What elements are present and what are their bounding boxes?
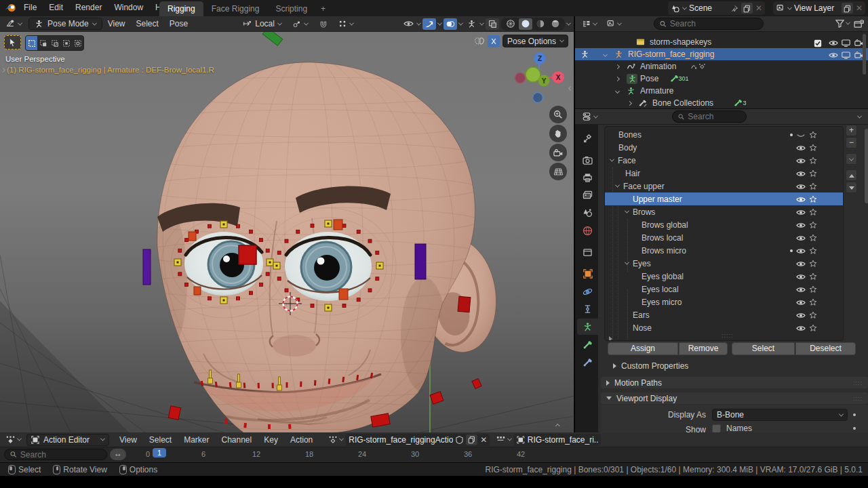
remove-button[interactable]: Remove (679, 342, 728, 355)
add-workspace-button[interactable]: + (315, 1, 331, 16)
outliner-display-mode-dropdown[interactable] (582, 20, 597, 28)
collection-row-brows-local[interactable]: Brows local (605, 231, 843, 244)
select-mode-subtract-button[interactable] (49, 36, 60, 50)
solo-star-icon[interactable] (809, 130, 817, 140)
solo-star-icon[interactable] (809, 259, 817, 268)
outliner-search-input[interactable] (670, 19, 757, 28)
blender-logo-icon[interactable] (5, 3, 16, 13)
tab-view-layer[interactable] (577, 187, 598, 203)
outliner-item-bone-collections[interactable]: Bone Collections3 (575, 97, 868, 109)
properties-search[interactable] (672, 110, 747, 123)
dope-menu-action[interactable]: Action (284, 432, 319, 447)
action-datablock[interactable]: RIG-storm_face_riggingAction ✕ (346, 434, 490, 446)
collection-row-body[interactable]: Body (605, 141, 843, 154)
check-restrict-icon[interactable] (814, 38, 822, 47)
outliner-item-armature[interactable]: Armature (575, 85, 868, 97)
menu-select[interactable]: Select (131, 19, 164, 28)
screen-restrict-icon[interactable] (842, 38, 850, 47)
shading-rendered-button[interactable] (549, 18, 562, 30)
eye-restrict-icon[interactable] (829, 50, 838, 60)
properties-editor-type-button[interactable] (582, 112, 597, 121)
show-visibility-dropdown[interactable] (401, 18, 415, 30)
visibility-eye-icon[interactable] (796, 272, 806, 281)
show-overlays-toggle[interactable] (443, 18, 457, 30)
animate-dot[interactable] (853, 413, 856, 416)
unlink-action-button[interactable]: ✕ (480, 435, 487, 445)
tab-collection[interactable] (577, 244, 598, 260)
visibility-eye-icon[interactable] (796, 323, 806, 333)
new-action-button[interactable] (466, 434, 477, 445)
visibility-eye-closed-icon[interactable] (796, 130, 806, 140)
select-mode-invert-button[interactable] (60, 36, 72, 50)
dope-menu-marker[interactable]: Marker (178, 432, 215, 447)
visibility-eye-icon[interactable] (796, 195, 806, 204)
dope-menu-key[interactable]: Key (258, 432, 284, 447)
deselect-button[interactable]: Deselect (795, 342, 856, 355)
tab-tool[interactable] (577, 130, 598, 146)
scene-selector[interactable]: Scene ✕ (668, 1, 765, 15)
transform-orientation-dropdown[interactable]: Local (237, 19, 287, 28)
action-icon-dropdown[interactable] (328, 435, 343, 444)
menu-pose[interactable]: Pose (164, 19, 193, 28)
shading-dropdown[interactable] (566, 20, 571, 25)
dope-search[interactable] (4, 449, 107, 460)
dope-editor-type-button[interactable] (5, 435, 21, 444)
slot-icon-dropdown[interactable] (496, 435, 511, 444)
mode-dropdown[interactable]: Pose Mode (28, 18, 102, 30)
timeline-expand-icon[interactable] (554, 420, 557, 430)
viewport-3d[interactable]: Pose Mode View Select Pose Local (0, 16, 574, 432)
collection-row-eyes-local[interactable]: Eyes local (605, 283, 843, 296)
pan-hand-button[interactable] (549, 125, 567, 142)
solo-star-icon[interactable] (809, 298, 817, 307)
solo-star-icon[interactable] (809, 182, 817, 191)
select-mode-extend-button[interactable] (37, 36, 49, 50)
expand-icon[interactable] (615, 76, 620, 81)
collection-row-face-upper[interactable]: Face upper (605, 180, 843, 192)
collapse-icon[interactable] (610, 157, 614, 162)
dope-menu-view[interactable]: View (113, 432, 143, 447)
camera-view-button[interactable] (549, 144, 567, 161)
dope-search-input[interactable] (20, 450, 101, 460)
collection-row-eyes-micro[interactable]: Eyes micro (605, 296, 843, 308)
mirror-x-toggle[interactable]: X (488, 35, 500, 47)
names-checkbox[interactable] (712, 424, 721, 433)
new-view-layer-button[interactable] (842, 3, 853, 14)
solo-star-icon[interactable] (809, 272, 817, 281)
visibility-eye-icon[interactable] (796, 207, 806, 217)
visibility-eye-icon[interactable] (796, 233, 806, 243)
xray-toggle[interactable] (486, 18, 499, 30)
pose-options-dropdown[interactable]: Pose Options (502, 35, 568, 47)
view-layer-selector[interactable]: View Layer ✕ (773, 1, 865, 15)
collapse-icon[interactable] (615, 183, 620, 188)
fake-user-shield-icon[interactable] (456, 435, 463, 445)
tab-face-rigging[interactable]: Face Rigging (203, 1, 268, 16)
outliner-item-pose[interactable]: Pose301 (575, 73, 868, 85)
properties-options-dropdown[interactable] (857, 113, 862, 118)
outliner-item-storm-shapekeys[interactable]: storm-shapekeys (575, 36, 868, 48)
shading-material-button[interactable] (534, 18, 547, 30)
collection-row-ears[interactable]: Ears (605, 308, 843, 321)
active-tool-tweak-button[interactable] (4, 35, 21, 49)
solo-star-icon[interactable] (809, 233, 817, 243)
visibility-eye-icon[interactable] (796, 259, 806, 268)
collection-row-brows-global[interactable]: Brows global (605, 218, 843, 231)
tab-scene[interactable] (577, 205, 598, 221)
expand-icon[interactable] (603, 52, 608, 56)
solo-star-icon[interactable] (809, 246, 817, 256)
menu-window[interactable]: Window (108, 0, 149, 15)
solo-star-icon[interactable] (809, 285, 817, 294)
outliner-item-rig-storm-face-rigging[interactable]: RIG-storm_face_rigging (575, 48, 868, 60)
visibility-eye-icon[interactable] (796, 143, 806, 152)
move-collection-down-button[interactable] (846, 182, 857, 193)
move-collection-up-button[interactable] (846, 169, 857, 181)
tab-bone[interactable] (577, 336, 598, 352)
action-slot-selector[interactable]: RIG-storm_face_ri... (514, 434, 601, 446)
solo-star-icon[interactable] (809, 143, 817, 152)
solo-star-icon[interactable] (809, 323, 817, 333)
solo-star-icon[interactable] (809, 195, 817, 204)
shading-solid-button[interactable] (519, 18, 532, 30)
menu-file[interactable]: File (18, 0, 43, 15)
pivot-point-dropdown[interactable] (287, 20, 313, 28)
outliner-item-animation[interactable]: Animation (575, 60, 868, 73)
panel-grip[interactable]: :::: (853, 395, 863, 402)
